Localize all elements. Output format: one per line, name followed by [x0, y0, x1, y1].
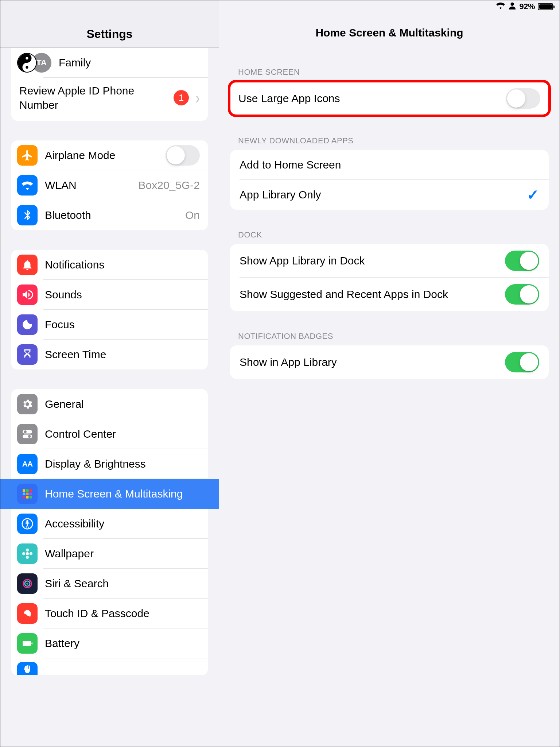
wallpaper-label: Wallpaper — [45, 547, 200, 560]
section-badges-header: NOTIFICATION BADGES — [230, 332, 549, 345]
touchid-row[interactable]: Touch ID & Passcode — [11, 599, 208, 628]
add-to-home-row[interactable]: Add to Home Screen — [230, 150, 549, 180]
svg-rect-13 — [30, 492, 32, 495]
home-screen-row[interactable]: Home Screen & Multitasking — [0, 479, 219, 509]
add-to-home-label: Add to Home Screen — [240, 158, 539, 173]
svg-rect-28 — [31, 642, 32, 645]
yinyang-icon — [17, 53, 37, 73]
svg-rect-9 — [26, 489, 28, 492]
chevron-right-icon: › — [195, 88, 200, 108]
wifi-icon — [496, 2, 505, 11]
bluetooth-icon — [17, 205, 38, 225]
show-in-library-toggle[interactable] — [505, 352, 539, 372]
bluetooth-label: Bluetooth — [45, 209, 185, 221]
bluetooth-row[interactable]: Bluetooth On — [11, 200, 208, 230]
show-app-library-label: Show App Library in Dock — [240, 253, 505, 268]
display-label: Display & Brightness — [45, 458, 200, 470]
svg-rect-8 — [23, 489, 25, 492]
battery-label: Battery — [45, 637, 200, 650]
sidebar-header: Settings — [0, 0, 219, 48]
airplane-toggle[interactable] — [166, 145, 200, 166]
section-dock-header: DOCK — [230, 230, 549, 244]
accessibility-row[interactable]: Accessibility — [11, 509, 208, 539]
display-row[interactable]: AA Display & Brightness — [11, 449, 208, 479]
svg-rect-11 — [23, 492, 25, 495]
detail-pane: Home Screen & Multitasking HOME SCREEN U… — [219, 0, 560, 747]
battery-percentage: 92% — [519, 2, 535, 11]
svg-point-20 — [26, 549, 29, 552]
svg-point-18 — [26, 520, 28, 522]
bell-icon — [17, 255, 38, 275]
battery-row[interactable]: Battery — [11, 628, 208, 658]
control-center-label: Control Center — [45, 428, 200, 440]
battery-icon — [538, 3, 553, 10]
focus-row[interactable]: Focus — [11, 310, 208, 340]
control-center-row[interactable]: Control Center — [11, 419, 208, 449]
svg-point-26 — [26, 582, 28, 585]
show-app-library-row[interactable]: Show App Library in Dock — [230, 244, 549, 278]
svg-rect-14 — [23, 496, 25, 499]
family-row[interactable]: TA Family — [11, 48, 208, 78]
app-library-only-row[interactable]: App Library Only ✓ — [230, 180, 549, 210]
user-icon — [508, 1, 516, 12]
gear-icon — [17, 394, 38, 414]
general-row[interactable]: General — [11, 389, 208, 419]
wlan-value: Box20_5G-2 — [139, 179, 200, 191]
notifications-row[interactable]: Notifications — [11, 250, 208, 280]
review-badge: 1 — [174, 90, 189, 105]
screentime-label: Screen Time — [45, 348, 200, 361]
siri-row[interactable]: Siri & Search — [11, 569, 208, 599]
svg-rect-12 — [26, 492, 28, 495]
flower-icon — [17, 543, 38, 564]
status-bar: 92% — [489, 0, 560, 13]
show-in-library-label: Show in App Library — [240, 355, 505, 370]
svg-rect-16 — [30, 496, 32, 499]
battery-settings-icon — [17, 633, 38, 654]
svg-point-21 — [26, 556, 29, 559]
svg-rect-27 — [23, 641, 31, 646]
show-suggested-toggle[interactable] — [505, 284, 539, 305]
svg-point-2 — [26, 57, 28, 59]
review-apple-id-row[interactable]: Review Apple ID Phone Number 1 › — [11, 78, 208, 121]
svg-point-3 — [26, 66, 28, 69]
account-card: TA Family Review Apple ID Phone Number 1… — [11, 48, 208, 121]
toggles-icon — [17, 424, 38, 444]
network-card: Airplane Mode WLAN Box20_5G-2 B — [11, 140, 208, 230]
section-newly-header: NEWLY DOWNLOADED APPS — [230, 136, 549, 150]
moon-icon — [17, 314, 38, 335]
large-icons-toggle[interactable] — [506, 88, 540, 109]
touchid-label: Touch ID & Passcode — [45, 607, 200, 620]
general-label: General — [45, 398, 200, 410]
wlan-row[interactable]: WLAN Box20_5G-2 — [11, 170, 208, 200]
app-library-only-label: App Library Only — [240, 187, 527, 202]
show-app-library-toggle[interactable] — [505, 251, 539, 271]
svg-point-6 — [24, 430, 27, 433]
wallpaper-row[interactable]: Wallpaper — [11, 539, 208, 569]
screentime-row[interactable]: Screen Time — [11, 340, 208, 369]
show-suggested-row[interactable]: Show Suggested and Recent Apps in Dock — [230, 278, 549, 311]
airplane-mode-row[interactable]: Airplane Mode — [11, 140, 208, 170]
show-suggested-label: Show Suggested and Recent Apps in Dock — [240, 287, 505, 302]
home-screen-label: Home Screen & Multitasking — [45, 488, 200, 500]
aa-icon: AA — [17, 454, 38, 474]
accessibility-icon — [17, 514, 38, 534]
dock-card: Show App Library in Dock Show Suggested … — [230, 244, 549, 311]
show-in-library-row[interactable]: Show in App Library — [230, 345, 549, 379]
svg-rect-10 — [30, 489, 32, 492]
settings-sidebar: Settings TA Family Review Apple ID Phone… — [0, 0, 219, 747]
sounds-row[interactable]: Sounds — [11, 280, 208, 310]
detail-title: Home Screen & Multitasking — [219, 16, 560, 51]
siri-icon — [17, 573, 38, 594]
large-icons-row[interactable]: Use Large App Icons — [230, 82, 548, 115]
svg-point-19 — [26, 552, 29, 556]
badges-card: Show in App Library — [230, 345, 549, 379]
svg-point-22 — [22, 552, 26, 556]
wifi-icon-filled — [17, 175, 38, 196]
family-icons: TA — [17, 53, 51, 73]
speaker-icon — [17, 285, 38, 305]
next-row-partial[interactable] — [11, 658, 208, 675]
app-grid-icon — [17, 484, 38, 504]
notifications-card: Notifications Sounds Focus — [11, 250, 208, 369]
sounds-label: Sounds — [45, 289, 200, 301]
large-icons-label: Use Large App Icons — [238, 91, 506, 106]
